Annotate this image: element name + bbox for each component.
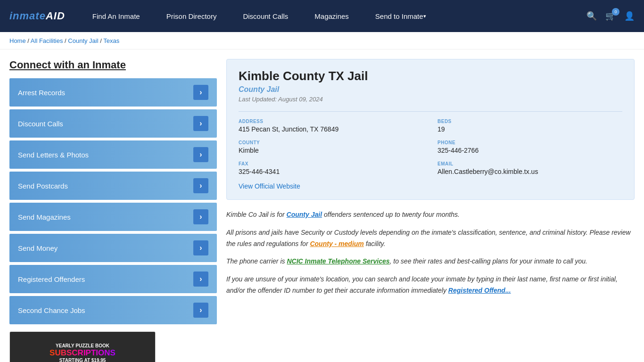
- phone-label: PHONE: [438, 140, 622, 145]
- user-icon[interactable]: 👤: [624, 11, 635, 21]
- sidebar-item-label: Discount Calls: [18, 120, 63, 128]
- ad-title: YEARLY PUZZLE BOOK: [56, 343, 109, 348]
- nav-send-to-inmate[interactable]: Send to Inmate: [362, 0, 439, 32]
- breadcrumb-all-facilities[interactable]: All Facilities: [31, 37, 63, 44]
- sidebar-item-label: Arrest Records: [18, 89, 65, 97]
- search-icon[interactable]: 🔍: [586, 11, 597, 21]
- phone-value: 325-446-2766: [438, 147, 622, 154]
- cart-icon[interactable]: 🛒 0: [605, 11, 616, 21]
- sidebar-item-label: Second Chance Jobs: [18, 306, 85, 314]
- description-para4: If you are unsure of your inmate's locat…: [226, 274, 635, 296]
- chevron-right-icon: ›: [193, 209, 208, 224]
- nav-find-inmate[interactable]: Find An Inmate: [79, 0, 153, 32]
- breadcrumb-county-jail[interactable]: County Jail: [68, 37, 98, 44]
- facility-name: Kimble County TX Jail: [239, 69, 622, 83]
- ad-banner[interactable]: YEARLY PUZZLE BOOK SUBSCRIPTIONS STARTIN…: [9, 331, 156, 362]
- sidebar-item-send-letters[interactable]: Send Letters & Photos ›: [9, 140, 217, 169]
- logo[interactable]: inmateAID: [9, 10, 65, 22]
- main-content: Connect with an Inmate Arrest Records › …: [0, 49, 644, 362]
- breadcrumb-home[interactable]: Home: [9, 37, 26, 44]
- sidebar: Connect with an Inmate Arrest Records › …: [9, 59, 217, 362]
- chevron-right-icon: ›: [193, 147, 208, 162]
- main-nav: Find An Inmate Prison Directory Discount…: [79, 0, 586, 32]
- sidebar-item-send-money[interactable]: Send Money ›: [9, 234, 217, 262]
- address-detail: ADDRESS 415 Pecan St, Junction, TX 76849: [239, 119, 423, 133]
- breadcrumb-bar: Home / All Facilities / County Jail / Te…: [0, 32, 644, 49]
- ad-subtitle: SUBSCRIPTIONS: [50, 348, 116, 358]
- facility-card: Kimble County TX Jail County Jail Last U…: [226, 59, 635, 200]
- county-medium-link[interactable]: County - medium: [310, 240, 363, 247]
- nav-magazines[interactable]: Magazines: [301, 0, 362, 32]
- county-label: COUNTY: [239, 140, 423, 145]
- sidebar-item-second-chance-jobs[interactable]: Second Chance Jobs ›: [9, 296, 217, 324]
- facility-details: ADDRESS 415 Pecan St, Junction, TX 76849…: [239, 111, 622, 175]
- ncic-link[interactable]: NCIC Inmate Telephone Services: [287, 257, 389, 265]
- email-label: EMAIL: [438, 161, 622, 166]
- sidebar-item-label: Send Magazines: [18, 213, 71, 221]
- chevron-right-icon: ›: [193, 85, 208, 100]
- sidebar-item-arrest-records[interactable]: Arrest Records ›: [9, 78, 217, 107]
- description-para3: The phone carrier is NCIC Inmate Telepho…: [226, 256, 635, 267]
- sidebar-item-discount-calls[interactable]: Discount Calls ›: [9, 109, 217, 138]
- sidebar-title: Connect with an Inmate: [9, 59, 217, 71]
- sidebar-item-label: Send Money: [18, 244, 58, 252]
- registered-offenders-link[interactable]: Registered Offend...: [448, 287, 511, 294]
- view-website-link[interactable]: View Official Website: [239, 182, 300, 190]
- county-value: Kimble: [239, 147, 423, 154]
- chevron-right-icon: ›: [193, 178, 208, 193]
- header-icons: 🔍 🛒 0 👤: [586, 11, 635, 21]
- nav-discount-calls[interactable]: Discount Calls: [230, 0, 301, 32]
- county-detail: COUNTY Kimble: [239, 140, 423, 154]
- facility-updated: Last Updated: August 09, 2024: [239, 96, 622, 103]
- description-para2: All prisons and jails have Security or C…: [226, 227, 635, 250]
- phone-detail: PHONE 325-446-2766: [438, 140, 622, 154]
- chevron-right-icon: ›: [193, 116, 208, 131]
- facility-type: County Jail: [239, 85, 622, 94]
- site-header: inmateAID Find An Inmate Prison Director…: [0, 0, 644, 32]
- beds-label: BEDS: [438, 119, 622, 124]
- cart-badge: 0: [612, 8, 619, 16]
- beds-value: 19: [438, 125, 622, 133]
- chevron-right-icon: ›: [193, 303, 208, 318]
- sidebar-item-label: Send Letters & Photos: [18, 151, 89, 159]
- breadcrumb-texas[interactable]: Texas: [103, 37, 119, 44]
- sidebar-item-label: Registered Offenders: [18, 275, 85, 283]
- nav-prison-directory[interactable]: Prison Directory: [153, 0, 230, 32]
- description-para1: Kimble Co Jail is for County Jail offend…: [226, 209, 635, 221]
- fax-value: 325-446-4341: [239, 168, 423, 175]
- description-section: Kimble Co Jail is for County Jail offend…: [226, 209, 635, 296]
- sidebar-item-send-postcards[interactable]: Send Postcards ›: [9, 172, 217, 200]
- email-value: Allen.Castleberry@co.kimble.tx.us: [438, 168, 622, 175]
- address-value: 415 Pecan St, Junction, TX 76849: [239, 125, 423, 133]
- ad-price: STARTING AT $19.95: [59, 358, 106, 362]
- county-jail-link[interactable]: County Jail: [287, 211, 322, 218]
- facility-content: Kimble County TX Jail County Jail Last U…: [226, 59, 635, 362]
- fax-label: FAX: [239, 161, 423, 166]
- fax-detail: FAX 325-446-4341: [239, 161, 423, 175]
- chevron-right-icon: ›: [193, 272, 208, 287]
- chevron-right-icon: ›: [193, 240, 208, 255]
- breadcrumb: Home / All Facilities / County Jail / Te…: [9, 37, 119, 44]
- beds-detail: BEDS 19: [438, 119, 622, 133]
- sidebar-menu: Arrest Records › Discount Calls › Send L…: [9, 78, 217, 324]
- sidebar-item-send-magazines[interactable]: Send Magazines ›: [9, 203, 217, 231]
- email-detail: EMAIL Allen.Castleberry@co.kimble.tx.us: [438, 161, 622, 175]
- sidebar-item-label: Send Postcards: [18, 182, 68, 190]
- address-label: ADDRESS: [239, 119, 423, 124]
- sidebar-item-registered-offenders[interactable]: Registered Offenders ›: [9, 265, 217, 293]
